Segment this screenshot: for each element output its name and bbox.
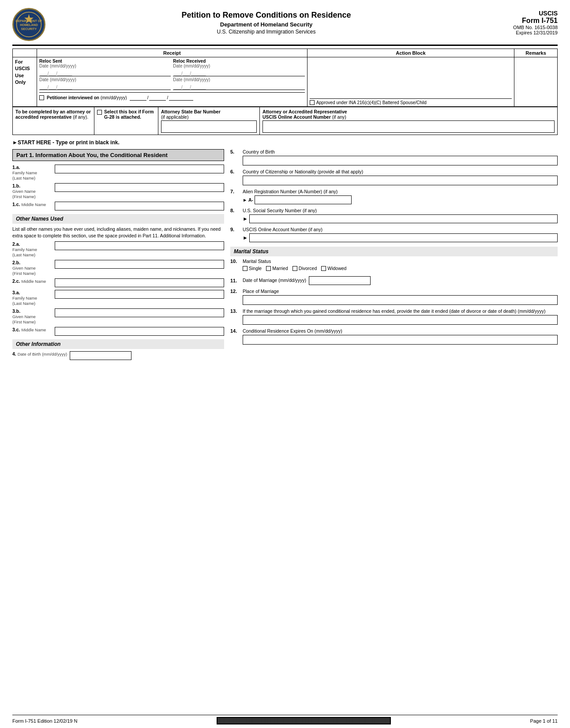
field-14-container: 14. Conditional Residence Expires On (mm… xyxy=(230,328,558,345)
marital-options-row: Single Married Divorced xyxy=(243,266,558,271)
field-6-num: 6. xyxy=(230,169,240,174)
field-8-num: 8. xyxy=(230,208,240,213)
field-14-input[interactable] xyxy=(243,335,558,345)
marital-married-checkbox[interactable] xyxy=(266,266,271,271)
field-1c-input[interactable] xyxy=(55,202,224,210)
reloc-received-label: Reloc Received xyxy=(173,59,304,64)
uscis-logo: DEPARTMENT OF HOMELAND SECURITY xyxy=(12,8,45,41)
field-7-input[interactable] xyxy=(255,195,352,204)
attorney-completed-cell: To be completed by an attorney or accred… xyxy=(13,107,94,135)
uscis-label: USCIS xyxy=(487,10,558,17)
attorney-bar-input[interactable] xyxy=(161,120,257,133)
reloc-sent-date2-label: Date (mm/dd/yyyy) xyxy=(39,77,171,82)
field-5-num: 5. xyxy=(230,149,240,154)
header-center: Petition to Remove Conditions on Residen… xyxy=(45,8,487,35)
marital-widowed-checkbox[interactable] xyxy=(321,266,326,271)
field-8-arrow: ► xyxy=(243,216,248,222)
form-g28-label: Select this box if Form G-28 is attached… xyxy=(104,109,155,120)
field-9-arrow: ► xyxy=(243,235,248,241)
field-14-label: Conditional Residence Expires On (mm/dd/… xyxy=(243,328,558,334)
field-3c-input[interactable] xyxy=(55,327,224,336)
marital-single-checkbox[interactable] xyxy=(243,266,248,271)
field-6-label: Country of Citizenship or Nationality (p… xyxy=(243,169,558,174)
field-2c-row: 2.c. Middle Name xyxy=(12,278,224,287)
field-4-row: 4. Date of Birth (mm/dd/yyyy) xyxy=(12,351,224,360)
field-13-input[interactable] xyxy=(243,315,558,325)
field-3b-input[interactable] xyxy=(55,308,224,317)
remarks-cell xyxy=(514,57,558,107)
petitioner-date-part3 xyxy=(169,94,193,101)
field-2a-input[interactable] xyxy=(55,241,224,250)
field-8-label: U.S. Social Security Number (if any) xyxy=(243,208,558,213)
approved-label: Approved under INA 216(c)(4)(C) Battered… xyxy=(316,100,427,105)
attorney-completed-label: To be completed by an attorney or accred… xyxy=(15,109,91,120)
field-2b-input[interactable] xyxy=(55,260,224,269)
reloc-received-date-label: Date (mm/dd/yyyy) xyxy=(173,64,304,68)
action-header: Action Block xyxy=(307,49,514,57)
action-block-cell: Approved under INA 216(c)(4)(C) Battered… xyxy=(307,57,514,107)
reloc-received-date-field[interactable]: ___/___/______ xyxy=(173,69,304,76)
field-4-input[interactable] xyxy=(70,351,131,360)
form-sub2: U.S. Citizenship and Immigration Service… xyxy=(45,29,487,35)
footer-page-info: Page 1 of 11 xyxy=(530,718,558,724)
form-g28-checkbox[interactable] xyxy=(97,110,102,115)
field-9-label: USCIS Online Account Number (if any) xyxy=(243,227,558,232)
attorney-rep-label: Attorney or Accredited Representative US… xyxy=(262,109,555,120)
field-1a-row: 1.a. Family Name(Last Name) xyxy=(12,165,224,180)
marital-heading: Marital Status xyxy=(230,247,558,256)
field-5-label: Country of Birth xyxy=(243,149,558,154)
receipt-cell: Reloc Sent Date (mm/dd/yyyy) ___/___/___… xyxy=(37,57,308,107)
form-subtitle: Department of Homeland Security xyxy=(45,21,487,28)
field-7-container: 7. Alien Registration Number (A-Number) … xyxy=(230,189,558,204)
remarks-header: Remarks xyxy=(514,49,558,57)
field-11-input[interactable] xyxy=(309,276,371,285)
field-9-input[interactable] xyxy=(249,233,558,242)
field-3a-input[interactable] xyxy=(55,290,224,299)
reloc-sent-date2-field[interactable]: ___/___/______ xyxy=(39,83,171,90)
marital-divorced-checkbox[interactable] xyxy=(292,266,297,271)
field-2c-label: 2.c. Middle Name xyxy=(12,278,52,284)
omb-number: OMB No. 1615-0038 xyxy=(487,25,558,30)
reloc-sent-label: Reloc Sent xyxy=(39,59,171,64)
approved-checkbox[interactable] xyxy=(310,100,315,105)
footer-form-info: Form I-751 Edition 12/02/19 N xyxy=(12,718,77,724)
petitioner-date[interactable]: / / xyxy=(130,94,194,101)
form-title: Petition to Remove Conditions on Residen… xyxy=(45,11,487,20)
marital-married-label: Married xyxy=(272,266,288,271)
field-8-input[interactable] xyxy=(249,214,558,223)
field-9-num: 9. xyxy=(230,227,240,232)
field-12-num: 12. xyxy=(230,289,240,294)
attorney-bar-label: Attorney State Bar Number (if applicable… xyxy=(161,109,257,120)
field-8-container: 8. U.S. Social Security Number (if any) … xyxy=(230,208,558,223)
field-3c-label: 3.c. Middle Name xyxy=(12,327,52,332)
marital-widowed-label: Widowed xyxy=(327,266,346,271)
field-6-input[interactable] xyxy=(243,176,558,185)
footer-barcode: ▌║▌║▌║▌║▌║▌▌║▌▌║▌║▌║▌║▌▌║▌║▌▌║▌║▌║▌║▌▌║▌… xyxy=(217,717,390,724)
field-1b-input[interactable] xyxy=(55,183,224,192)
field-12-container: 12. Place of Marriage xyxy=(230,289,558,305)
field-2c-input[interactable] xyxy=(55,278,224,287)
field-1a-input[interactable] xyxy=(55,165,224,173)
expiry-date: Expires 12/31/2019 xyxy=(487,30,558,35)
field-1a-label: 1.a. Family Name(Last Name) xyxy=(12,165,52,180)
footer-edition-label: Edition xyxy=(38,718,52,724)
field-12-label: Place of Marriage xyxy=(243,289,558,294)
footer: Form I-751 Edition 12/02/19 N ▌║▌║▌║▌║▌║… xyxy=(12,715,558,724)
field-13-label: If the marriage through which you gained… xyxy=(243,308,558,314)
field-2a-row: 2.a.Family Name(Last Name) xyxy=(12,241,224,257)
field-7-prefix: ► A- xyxy=(243,197,253,203)
attorney-rep-input[interactable] xyxy=(262,120,555,133)
field-7-label: Alien Registration Number (A-Number) (if… xyxy=(243,189,558,194)
reloc-sent-date-field[interactable]: ___/___/______ xyxy=(39,69,171,76)
reloc-received-date2-field[interactable]: ___/___/______ xyxy=(173,83,304,90)
svg-text:HOMELAND: HOMELAND xyxy=(20,23,38,26)
field-2a-label: 2.a.Family Name(Last Name) xyxy=(12,241,52,257)
start-here: ►START HERE - Type or print in black ink… xyxy=(12,139,558,146)
field-12-input[interactable] xyxy=(243,295,558,305)
marital-divorced: Divorced xyxy=(292,266,317,271)
field-5-input[interactable] xyxy=(243,156,558,165)
petitioner-checkbox[interactable] xyxy=(39,95,44,100)
field-6-container: 6. Country of Citizenship or Nationality… xyxy=(230,169,558,185)
petitioner-row: Petitioner interviewed on (mm/dd/yyyy) /… xyxy=(39,92,305,101)
field-1b-label: 1.b. Given Name(First Name) xyxy=(12,183,52,199)
